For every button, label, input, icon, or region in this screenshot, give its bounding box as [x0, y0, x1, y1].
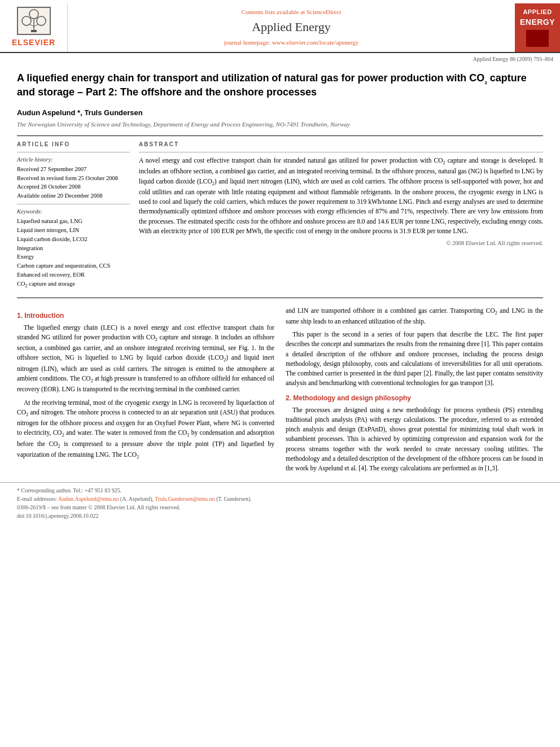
doi-line: doi:10.1016/j.apenergy.2008.10.022 — [17, 512, 543, 520]
journal-title: Applied Energy — [252, 19, 331, 36]
svg-line-4 — [30, 24, 34, 27]
elsevier-brand: ELSEVIER — [12, 37, 55, 49]
journal-homepage: journal homepage: www.elsevier.com/locat… — [224, 38, 359, 47]
svg-line-5 — [34, 24, 38, 27]
svg-point-2 — [37, 16, 46, 25]
section1-title: 1. Introduction — [17, 311, 274, 321]
keyword-3: Liquid carbon dioxide, LCO2 — [17, 235, 130, 244]
accepted-date: Accepted 28 October 2008 — [17, 183, 130, 191]
journal-header: ELSEVIER Contents lists available at Sci… — [0, 0, 560, 53]
keyword-4: Integration — [17, 244, 130, 253]
header-center: Contents lists available at ScienceDirec… — [68, 3, 515, 52]
body-section: 1. Introduction The liquefied energy cha… — [17, 306, 543, 477]
sciencedirect-link: Contents lists available at ScienceDirec… — [241, 8, 341, 16]
keyword-8: CO2 capture and storage — [17, 279, 130, 290]
revised-date: Received in revised form 25 October 2008 — [17, 174, 130, 183]
applied-energy-badge: APPLIED ENERGY — [515, 3, 560, 52]
keyword-2: Liquid inert nitrogen, LIN — [17, 226, 130, 235]
body-para-5: The processes are designed using a new m… — [286, 405, 543, 474]
received-date: Received 27 September 2007 — [17, 165, 130, 174]
body-para-2: At the receiving terminal, most of the c… — [17, 398, 274, 461]
abstract-col: ABSTRACT A novel energy and cost effecti… — [139, 141, 543, 289]
abstract-divider — [139, 152, 543, 152]
keywords-list: Liquefied natural gas, LNG Liquid inert … — [17, 217, 130, 289]
svg-rect-6 — [31, 30, 37, 32]
elsevier-logo: ELSEVIER — [0, 3, 68, 52]
abstract-copyright: © 2008 Elsevier Ltd. All rights reserved… — [139, 239, 543, 248]
svg-point-1 — [22, 16, 31, 25]
authors: Audun Aspelund *, Truls Gundersen — [17, 108, 543, 118]
page-footer: * Corresponding author. Tel.: +47 951 83… — [0, 482, 560, 523]
email2-link[interactable]: Truls.Gundersen@ntnu.no — [155, 496, 216, 502]
keyword-7: Enhanced oil recovery, EOR — [17, 270, 130, 279]
abstract-heading: ABSTRACT — [139, 141, 543, 148]
affiliation: The Norwegian University of Science and … — [17, 120, 543, 129]
email-note: E-mail addresses: Audun.Aspelund@ntnu.no… — [17, 495, 543, 503]
article-info-col: ARTICLE INFO Article history: Received 2… — [17, 141, 130, 289]
citation-line: Applied Energy 86 (2009) 793–804 — [0, 53, 560, 65]
svg-point-0 — [29, 10, 38, 19]
available-date: Available online 20 December 2008 — [17, 192, 130, 200]
abstract-text: A novel energy and cost effective transp… — [139, 156, 543, 236]
history-label: Article history: — [17, 156, 130, 164]
keywords-divider — [17, 204, 130, 204]
badge-logo — [526, 30, 549, 47]
info-divider — [17, 152, 130, 152]
issn-line: 0306-2619/$ – see front matter © 2008 El… — [17, 503, 543, 512]
info-abstract-section: ARTICLE INFO Article history: Received 2… — [17, 141, 543, 289]
body-right-col: and LIN are transported offshore in a co… — [286, 306, 543, 477]
keywords-label: Keywords: — [17, 208, 130, 216]
body-divider — [17, 298, 543, 298]
email1-link[interactable]: Audun.Aspelund@ntnu.no — [58, 496, 119, 502]
keyword-6: Carbon capture and sequestration, CCS — [17, 261, 130, 270]
corresponding-note: * Corresponding author. Tel.: +47 951 83… — [17, 486, 543, 495]
elsevier-tree-icon — [20, 8, 48, 33]
body-left-col: 1. Introduction The liquefied energy cha… — [17, 306, 274, 477]
body-para-4: This paper is the second in a series of … — [286, 330, 543, 388]
article-title: A liquefied energy chain for transport a… — [17, 71, 543, 100]
body-para-3: and LIN are transported offshore in a co… — [286, 306, 543, 327]
title-divider — [17, 136, 543, 136]
keyword-5: Exergy — [17, 252, 130, 261]
body-para-1: The liquefied energy chain (LEC) is a no… — [17, 323, 274, 395]
main-content: A liquefied energy chain for transport a… — [0, 65, 560, 483]
keyword-1: Liquefied natural gas, LNG — [17, 217, 130, 226]
article-info-heading: ARTICLE INFO — [17, 141, 130, 148]
section2-title: 2. Methodology and design philosophy — [286, 393, 543, 403]
